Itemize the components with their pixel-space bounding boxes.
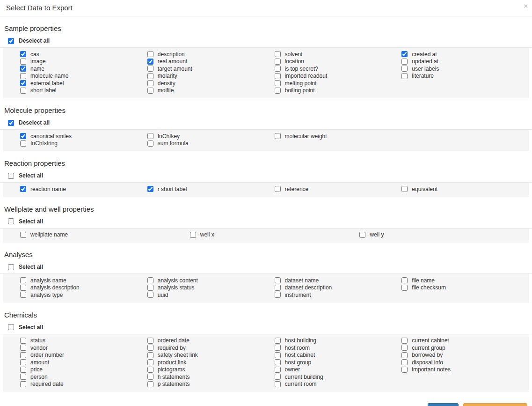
checkbox-solvent[interactable] (275, 51, 281, 57)
checkbox-is-top-secret[interactable] (275, 66, 281, 72)
checkbox-density[interactable] (147, 80, 153, 86)
checkbox-item-host-room[interactable]: host room (258, 344, 385, 352)
close-icon[interactable]: × (524, 2, 528, 9)
checkbox-ordered-date[interactable] (147, 338, 153, 344)
checkbox-item-melting-point[interactable]: melting point (258, 80, 385, 87)
checkbox-h-statements[interactable] (147, 374, 153, 380)
deselect-all-checkbox[interactable]: Deselect all (8, 37, 528, 44)
checkbox-well-y[interactable] (359, 232, 365, 238)
checkbox-item-cas[interactable]: cas (3, 51, 131, 58)
checkbox-item-created-at[interactable]: created at (385, 51, 512, 58)
checkbox-analysis-name[interactable] (20, 277, 26, 283)
checkbox-item-disposal-info[interactable]: disposal info (385, 359, 512, 366)
checkbox-canonical-smiles[interactable] (20, 133, 26, 139)
checkbox-item-current-building[interactable]: current building (258, 373, 385, 381)
checkbox-molecule-name[interactable] (20, 73, 26, 79)
checkbox-instrument[interactable] (275, 292, 281, 298)
checkbox-item-analysis-status[interactable]: analysis status (131, 284, 258, 292)
select-all-checkbox[interactable]: Select all (8, 264, 528, 270)
checkbox-item-product-link[interactable]: product link (131, 359, 258, 366)
checkbox-analysis-content[interactable] (147, 277, 153, 283)
cancel-button[interactable]: Cancel (428, 403, 459, 406)
select-all-checkbox[interactable]: Select all (8, 324, 528, 331)
checkbox-dataset-name[interactable] (275, 277, 281, 283)
checkbox-molarity[interactable] (147, 73, 153, 79)
checkbox-amount[interactable] (20, 359, 26, 365)
checkbox-dataset-description[interactable] (275, 285, 281, 291)
checkbox-file-checksum[interactable] (401, 285, 408, 291)
checkbox-item-image[interactable]: image (3, 58, 131, 66)
checkbox-disposal-info[interactable] (401, 359, 408, 365)
checkbox-current-building[interactable] (275, 374, 281, 380)
checkbox-analysis-description[interactable] (20, 285, 26, 291)
checkbox-external-label[interactable] (20, 80, 26, 86)
checkbox-item-host-cabinet[interactable]: host cabinet (258, 352, 385, 359)
checkbox-item-person[interactable]: person (3, 373, 131, 381)
checkbox-short-label[interactable] (20, 88, 26, 94)
checkbox-price[interactable] (20, 367, 26, 373)
checkbox-required-date[interactable] (20, 381, 26, 387)
checkbox-item-order-number[interactable]: order number (3, 352, 131, 359)
checkbox-item-p-statements[interactable]: p statements (131, 381, 258, 388)
checkbox-item-external-label[interactable]: external label (3, 80, 131, 87)
checkbox-current-room[interactable] (275, 381, 281, 387)
checkbox-item-user-labels[interactable]: user labels (385, 65, 512, 73)
checkbox-item-analysis-content[interactable]: analysis content (131, 277, 258, 284)
checkbox-location[interactable] (275, 59, 281, 65)
checkbox-item-important-notes[interactable]: important notes (385, 366, 512, 374)
checkbox-analysis-type[interactable] (20, 292, 26, 298)
checkbox-item-solvent[interactable]: solvent (258, 51, 385, 58)
checkbox-item-dataset-description[interactable]: dataset description (258, 284, 385, 292)
checkbox-item-is-top-secret[interactable]: is top secret? (258, 65, 385, 73)
checkbox-literature[interactable] (401, 73, 408, 79)
checkbox-item-molecule-name[interactable]: molecule name (3, 73, 131, 80)
checkbox-item-density[interactable]: density (131, 80, 258, 87)
checkbox-item-well-x[interactable]: well x (173, 231, 343, 239)
checkbox-melting-point[interactable] (275, 80, 281, 86)
checkbox-item-owner[interactable]: owner (258, 366, 385, 374)
checkbox-item-reaction-name[interactable]: reaction name (3, 185, 131, 193)
checkbox-boiling-point[interactable] (275, 88, 281, 94)
checkbox-status[interactable] (20, 338, 26, 344)
select-all-checkbox[interactable]: Select all (8, 172, 528, 179)
checkbox-item-equivalent[interactable]: equivalent (385, 185, 512, 193)
checkbox-item-molfile[interactable]: molfile (131, 87, 258, 95)
checkbox-equivalent[interactable] (401, 186, 408, 192)
checkbox-item-boiling-point[interactable]: boiling point (258, 87, 385, 95)
checkbox-order-number[interactable] (20, 352, 26, 358)
checkbox-created-at[interactable] (401, 51, 408, 57)
checkbox-item-location[interactable]: location (258, 58, 385, 66)
checkbox-item-required-date[interactable]: required date (3, 381, 131, 388)
toggle-checkbox-input[interactable] (8, 173, 14, 179)
checkbox-item-imported-readout[interactable]: imported readout (258, 73, 385, 80)
checkbox-important-notes[interactable] (401, 367, 408, 373)
checkbox-item-borrowed-by[interactable]: borrowed by (385, 352, 512, 359)
checkbox-item-host-group[interactable]: host group (258, 359, 385, 366)
checkbox-item-r-short-label[interactable]: r short label (131, 185, 258, 193)
checkbox-inchistring[interactable] (20, 140, 26, 147)
checkbox-description[interactable] (147, 51, 153, 57)
checkbox-wellplate-name[interactable] (20, 232, 26, 238)
checkbox-item-amount[interactable]: amount (3, 359, 131, 366)
checkbox-safety-sheet-link[interactable] (147, 352, 153, 358)
checkbox-vendor[interactable] (20, 345, 26, 351)
checkbox-current-group[interactable] (401, 345, 408, 351)
checkbox-item-analysis-description[interactable]: analysis description (3, 284, 131, 292)
checkbox-item-reference[interactable]: reference (258, 185, 385, 193)
checkbox-product-link[interactable] (147, 359, 153, 365)
toggle-checkbox-input[interactable] (8, 324, 14, 330)
checkbox-item-h-statements[interactable]: h statements (131, 373, 258, 381)
checkbox-item-molecular-weight[interactable]: molecular weight (258, 133, 385, 140)
deselect-all-checkbox[interactable]: Deselect all (8, 119, 528, 126)
checkbox-owner[interactable] (275, 367, 281, 373)
checkbox-real-amount[interactable] (147, 59, 153, 65)
checkbox-item-file-checksum[interactable]: file checksum (385, 284, 512, 292)
checkbox-item-real-amount[interactable]: real amount (131, 58, 258, 66)
checkbox-item-canonical-smiles[interactable]: canonical smiles (3, 133, 131, 140)
checkbox-user-labels[interactable] (401, 66, 408, 72)
checkbox-item-literature[interactable]: literature (385, 73, 512, 80)
checkbox-well-x[interactable] (190, 232, 196, 238)
checkbox-item-wellplate-name[interactable]: wellplate name (3, 231, 173, 239)
checkbox-person[interactable] (20, 374, 26, 380)
checkbox-host-building[interactable] (275, 338, 281, 344)
